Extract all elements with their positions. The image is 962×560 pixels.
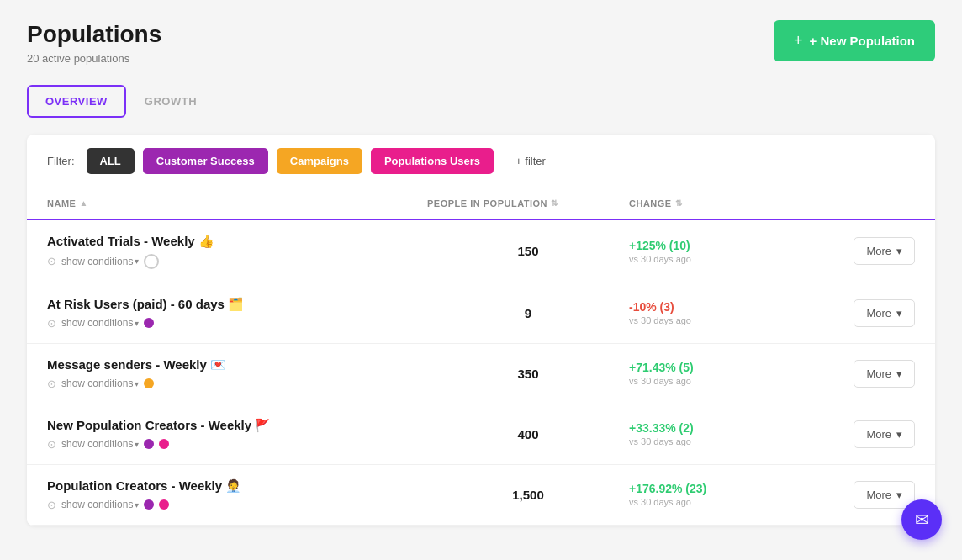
new-population-button[interactable]: + + New Population <box>774 20 935 61</box>
chevron-down-icon-5: ▾ <box>135 500 139 510</box>
page-title: Populations <box>27 20 161 49</box>
dot-purple-5 <box>144 499 154 510</box>
row-4-change-subtitle: vs 30 days ago <box>629 436 691 446</box>
table-row: Activated Trials - Weekly 👍 ⊙ show condi… <box>27 220 935 283</box>
add-filter-button[interactable]: + filter <box>502 148 559 174</box>
filter-populations-users-button[interactable]: Populations Users <box>371 148 494 174</box>
chevron-down-icon-1: ▾ <box>135 256 139 266</box>
row-5-name: Population Creators - Weekly 🧑‍💼 <box>47 478 427 494</box>
row-5-more-button[interactable]: More ▾ <box>854 481 915 509</box>
table-row: Message senders - Weekly 💌 ⊙ show condit… <box>27 344 935 404</box>
row-1-change-subtitle: vs 30 days ago <box>629 254 691 264</box>
row-5-change-value: +176.92% (23) <box>629 482 706 495</box>
row-5-change-subtitle: vs 30 days ago <box>629 497 691 507</box>
row-4-action-col: More ▾ <box>814 420 915 448</box>
row-5-conditions: ⊙ show conditions ▾ <box>47 499 427 511</box>
row-3-more-button[interactable]: More ▾ <box>854 360 915 388</box>
row-name-col-4: New Population Creators - Weekly 🚩 ⊙ sho… <box>47 418 427 451</box>
chat-fab-button[interactable]: ✉ <box>901 499 942 540</box>
chevron-down-icon-more-4: ▾ <box>896 428 902 441</box>
tab-growth[interactable]: GROWTH <box>126 85 215 118</box>
dot-orange-3 <box>144 378 154 388</box>
th-name: NAME ▲ <box>47 198 427 209</box>
table-header: NAME ▲ PEOPLE IN POPULATION ⇅ CHANGE ⇅ <box>27 188 935 220</box>
clock-icon-4: ⊙ <box>47 438 56 451</box>
sort-change-icon[interactable]: ⇅ <box>675 198 683 208</box>
sort-name-icon[interactable]: ▲ <box>79 198 87 208</box>
row-1-name: Activated Trials - Weekly 👍 <box>47 234 427 249</box>
dot-pink-5 <box>159 499 169 510</box>
sort-people-icon[interactable]: ⇅ <box>551 198 558 208</box>
row-4-conditions: ⊙ show conditions ▾ <box>47 438 427 451</box>
show-conditions-3[interactable]: show conditions ▾ <box>61 378 139 389</box>
row-2-more-button[interactable]: More ▾ <box>854 299 915 327</box>
row-4-more-button[interactable]: More ▾ <box>854 420 915 448</box>
row-3-conditions: ⊙ show conditions ▾ <box>47 378 427 390</box>
th-people: PEOPLE IN POPULATION ⇅ <box>427 198 629 209</box>
table-row: New Population Creators - Weekly 🚩 ⊙ sho… <box>27 404 935 465</box>
row-3-action-col: More ▾ <box>814 360 915 388</box>
filter-bar: Filter: ALL Customer Success Campaigns P… <box>27 135 935 188</box>
main-card: Filter: ALL Customer Success Campaigns P… <box>27 135 935 526</box>
row-1-change: +125% (10) vs 30 days ago <box>629 239 814 264</box>
row-2-change: -10% (3) vs 30 days ago <box>629 300 814 325</box>
clock-icon-2: ⊙ <box>47 317 56 330</box>
dot-pink-4 <box>159 439 169 449</box>
row-2-change-subtitle: vs 30 days ago <box>629 315 691 325</box>
mail-icon: ✉ <box>915 510 929 530</box>
row-name-col-2: At Risk Users (paid) - 60 days 🗂️ ⊙ show… <box>47 297 427 330</box>
row-4-change: +33.33% (2) vs 30 days ago <box>629 421 814 446</box>
row-name-col-3: Message senders - Weekly 💌 ⊙ show condit… <box>47 357 427 390</box>
row-4-change-value: +33.33% (2) <box>629 421 694 435</box>
chevron-down-icon-3: ▾ <box>135 379 139 388</box>
row-1-more-button[interactable]: More ▾ <box>854 237 915 265</box>
tab-overview[interactable]: OVERVIEW <box>27 85 126 118</box>
row-3-name: Message senders - Weekly 💌 <box>47 357 427 372</box>
th-change: CHANGE ⇅ <box>629 198 814 209</box>
chevron-down-icon-2: ▾ <box>135 319 139 328</box>
chevron-down-icon-4: ▾ <box>135 440 139 449</box>
page: Populations 20 active populations + + Ne… <box>0 0 962 560</box>
show-conditions-4[interactable]: show conditions ▾ <box>61 438 139 450</box>
chevron-down-icon-more-1: ▾ <box>896 245 902 257</box>
chevron-down-icon-more-5: ▾ <box>896 489 902 501</box>
row-1-people: 150 <box>427 244 629 258</box>
row-5-change: +176.92% (23) vs 30 days ago <box>629 482 814 507</box>
row-2-change-value: -10% (3) <box>629 300 674 314</box>
dot-purple-2 <box>144 318 154 328</box>
row-2-conditions: ⊙ show conditions ▾ <box>47 317 427 330</box>
row-1-action-col: More ▾ <box>814 237 915 265</box>
chevron-down-icon-more-2: ▾ <box>896 307 902 320</box>
row-2-people: 9 <box>427 306 629 320</box>
row-name-col-1: Activated Trials - Weekly 👍 ⊙ show condi… <box>47 234 427 269</box>
row-3-change-value: +71.43% (5) <box>629 361 694 374</box>
show-conditions-5[interactable]: show conditions ▾ <box>61 499 139 510</box>
th-actions <box>814 198 915 209</box>
filter-customer-success-button[interactable]: Customer Success <box>143 148 268 174</box>
row-5-action-col: More ▾ <box>814 481 915 509</box>
row-3-change-subtitle: vs 30 days ago <box>629 376 691 386</box>
row-2-action-col: More ▾ <box>814 299 915 327</box>
row-1-conditions: ⊙ show conditions ▾ <box>47 254 427 269</box>
show-conditions-2[interactable]: show conditions ▾ <box>61 317 139 329</box>
plus-icon: + <box>794 32 803 50</box>
filter-all-button[interactable]: ALL <box>87 148 135 174</box>
header-left: Populations 20 active populations <box>27 20 161 65</box>
filter-label: Filter: <box>47 155 75 167</box>
chevron-down-icon-more-3: ▾ <box>896 367 902 380</box>
show-conditions-1[interactable]: show conditions ▾ <box>61 256 139 267</box>
row-3-people: 350 <box>427 367 629 381</box>
clock-icon-1: ⊙ <box>47 255 56 267</box>
row-3-change: +71.43% (5) vs 30 days ago <box>629 361 814 386</box>
table-row: At Risk Users (paid) - 60 days 🗂️ ⊙ show… <box>27 283 935 344</box>
row-name-col-5: Population Creators - Weekly 🧑‍💼 ⊙ show … <box>47 478 427 511</box>
row-5-people: 1,500 <box>427 488 629 502</box>
filter-campaigns-button[interactable]: Campaigns <box>277 148 362 174</box>
header: Populations 20 active populations + + Ne… <box>27 20 935 65</box>
row-4-people: 400 <box>427 427 629 441</box>
row-4-name: New Population Creators - Weekly 🚩 <box>47 418 427 433</box>
clock-icon-5: ⊙ <box>47 499 56 511</box>
tabs-bar: OVERVIEW GROWTH <box>27 85 935 118</box>
new-population-label: + New Population <box>810 34 915 48</box>
table-row: Population Creators - Weekly 🧑‍💼 ⊙ show … <box>27 465 935 526</box>
